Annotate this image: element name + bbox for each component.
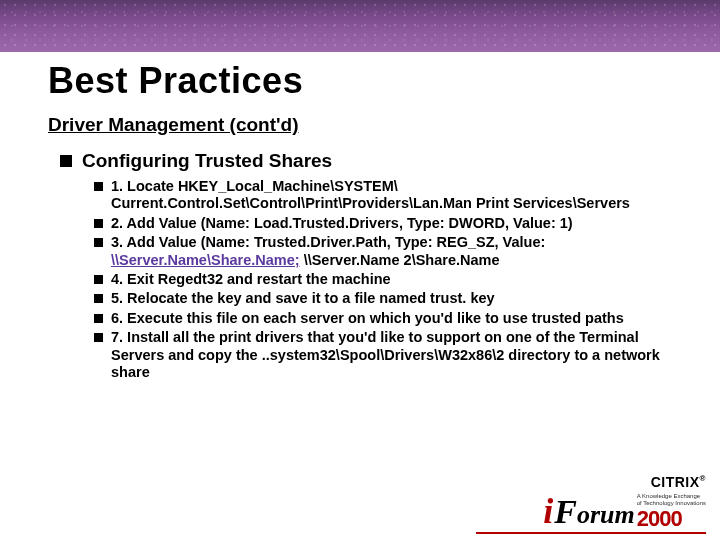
steps-list: 1. Locate HKEY_Local_Machine\SYSTEM\ Cur… <box>94 178 676 381</box>
step-text: 2. Add Value (Name: Load.Trusted.Drivers… <box>111 215 573 232</box>
square-bullet-icon <box>94 275 103 284</box>
list-item: 4. Exit Regedt32 and restart the machine <box>94 271 676 288</box>
step-text: 5. Relocate the key and save it to a fil… <box>111 290 495 307</box>
list-item: 7. Install all the print drivers that yo… <box>94 329 676 381</box>
section-heading-row: Configuring Trusted Shares <box>60 150 676 172</box>
footer-logo-area: CITRIX® iForum A Knowledge Exchange of T… <box>543 474 706 532</box>
square-bullet-icon <box>94 238 103 247</box>
step-text: 7. Install all the print drivers that yo… <box>111 329 676 381</box>
slide-title: Best Practices <box>48 60 303 102</box>
footer-underline <box>476 532 706 534</box>
square-bullet-icon <box>94 333 103 342</box>
step-text: 1. Locate HKEY_Local_Machine\SYSTEM\ Cur… <box>111 178 676 213</box>
slide-subtitle: Driver Management (cont'd) <box>48 114 299 136</box>
year-number: 2000 <box>637 506 682 532</box>
citrix-logo: CITRIX® <box>651 474 706 490</box>
decorative-banner <box>0 0 720 52</box>
square-bullet-icon <box>94 219 103 228</box>
unc-path-link: \\Server.Name\Share.Name; <box>111 252 300 268</box>
square-bullet-icon <box>94 314 103 323</box>
step-text: 6. Execute this file on each server on w… <box>111 310 624 327</box>
iforum-logo: iForum <box>543 490 635 532</box>
list-item: 3. Add Value (Name: Trusted.Driver.Path,… <box>94 234 676 269</box>
step-text: 4. Exit Regedt32 and restart the machine <box>111 271 391 288</box>
step-text: 3. Add Value (Name: Trusted.Driver.Path,… <box>111 234 676 269</box>
square-bullet-icon <box>94 294 103 303</box>
list-item: 2. Add Value (Name: Load.Trusted.Drivers… <box>94 215 676 232</box>
content-area: Configuring Trusted Shares 1. Locate HKE… <box>60 150 676 383</box>
list-item: 1. Locate HKEY_Local_Machine\SYSTEM\ Cur… <box>94 178 676 213</box>
square-bullet-icon <box>94 182 103 191</box>
slide: Best Practices Driver Management (cont'd… <box>0 0 720 540</box>
year-block: A Knowledge Exchange of Technology Innov… <box>637 493 706 532</box>
list-item: 5. Relocate the key and save it to a fil… <box>94 290 676 307</box>
section-heading: Configuring Trusted Shares <box>82 150 332 172</box>
square-bullet-icon <box>60 155 72 167</box>
list-item: 6. Execute this file on each server on w… <box>94 310 676 327</box>
